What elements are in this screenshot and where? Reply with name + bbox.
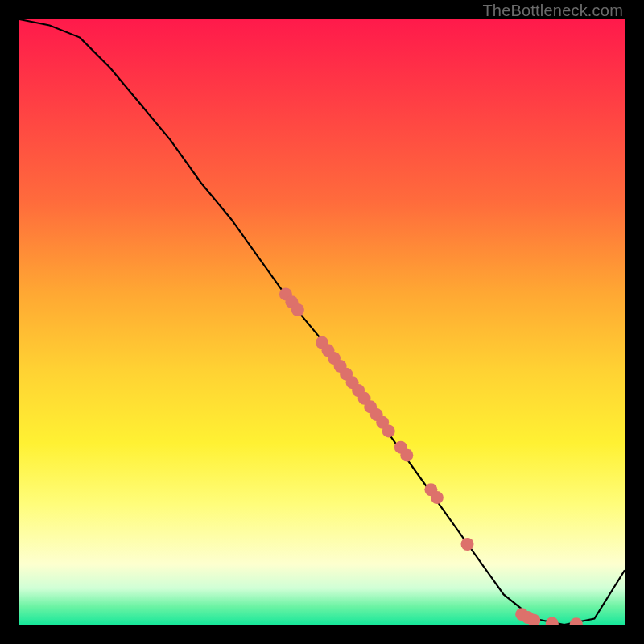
watermark-text: TheBottleneck.com: [482, 2, 623, 20]
data-point: [400, 448, 413, 461]
bottleneck-curve: [19, 19, 625, 625]
plot-area: [19, 19, 625, 625]
data-point: [570, 617, 583, 625]
data-point: [431, 491, 444, 504]
chart-stage: TheBottleneck.com: [0, 0, 644, 644]
data-point: [382, 424, 395, 437]
chart-svg: [19, 19, 625, 625]
data-point: [291, 303, 304, 316]
scatter-layer: [279, 287, 583, 625]
curve-layer: [19, 19, 625, 625]
data-point: [546, 617, 559, 625]
data-point: [461, 538, 474, 551]
